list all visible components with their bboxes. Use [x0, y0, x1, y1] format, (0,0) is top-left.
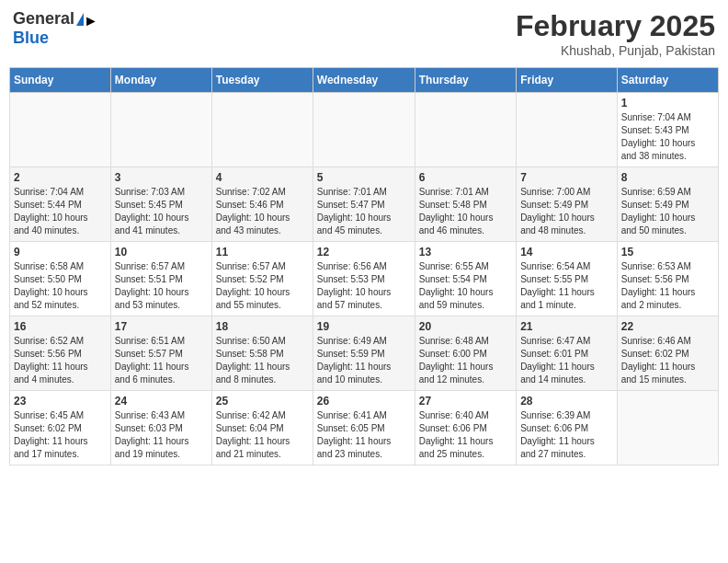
day-number: 26	[317, 395, 411, 408]
calendar-cell: 8Sunrise: 6:59 AM Sunset: 5:49 PM Daylig…	[617, 167, 718, 242]
day-header-saturday: Saturday	[617, 68, 718, 93]
calendar-cell: 14Sunrise: 6:54 AM Sunset: 5:55 PM Dayli…	[517, 242, 618, 316]
calendar-cell: 12Sunrise: 6:56 AM Sunset: 5:53 PM Dayli…	[313, 242, 415, 316]
day-number: 20	[419, 320, 512, 333]
calendar-cell: 3Sunrise: 7:03 AM Sunset: 5:45 PM Daylig…	[110, 167, 211, 242]
month-title: February 2025	[516, 9, 715, 43]
day-number: 24	[115, 395, 208, 408]
day-number: 9	[14, 246, 107, 259]
calendar-cell: 23Sunrise: 6:45 AM Sunset: 6:02 PM Dayli…	[10, 391, 111, 465]
day-info: Sunrise: 6:43 AM Sunset: 6:03 PM Dayligh…	[115, 409, 208, 461]
calendar-cell	[10, 93, 111, 167]
calendar-cell: 1Sunrise: 7:04 AM Sunset: 5:43 PM Daylig…	[617, 93, 718, 167]
logo-general-text: General	[13, 9, 74, 29]
day-number: 18	[216, 320, 309, 333]
day-info: Sunrise: 7:00 AM Sunset: 5:49 PM Dayligh…	[520, 186, 613, 237]
calendar-cell: 26Sunrise: 6:41 AM Sunset: 6:05 PM Dayli…	[313, 391, 415, 465]
day-info: Sunrise: 6:57 AM Sunset: 5:52 PM Dayligh…	[216, 260, 309, 312]
calendar-cell	[110, 93, 211, 167]
calendar-cell	[211, 93, 313, 167]
day-number: 23	[14, 395, 107, 408]
calendar-cell: 25Sunrise: 6:42 AM Sunset: 6:04 PM Dayli…	[211, 391, 313, 465]
day-number: 1	[621, 97, 714, 109]
day-info: Sunrise: 6:54 AM Sunset: 5:55 PM Dayligh…	[520, 260, 613, 312]
calendar-cell	[517, 93, 618, 167]
day-number: 21	[520, 320, 613, 333]
day-info: Sunrise: 6:40 AM Sunset: 6:06 PM Dayligh…	[419, 409, 512, 461]
calendar-cell: 18Sunrise: 6:50 AM Sunset: 5:58 PM Dayli…	[211, 316, 313, 391]
day-header-sunday: Sunday	[10, 68, 111, 93]
calendar-cell: 10Sunrise: 6:57 AM Sunset: 5:51 PM Dayli…	[110, 242, 211, 316]
day-number: 14	[520, 246, 613, 259]
calendar-table: SundayMondayTuesdayWednesdayThursdayFrid…	[9, 67, 719, 465]
calendar-cell: 27Sunrise: 6:40 AM Sunset: 6:06 PM Dayli…	[415, 391, 516, 465]
day-info: Sunrise: 6:52 AM Sunset: 5:56 PM Dayligh…	[14, 335, 107, 386]
calendar-cell: 7Sunrise: 7:00 AM Sunset: 5:49 PM Daylig…	[517, 167, 618, 242]
calendar-cell: 17Sunrise: 6:51 AM Sunset: 5:57 PM Dayli…	[110, 316, 211, 391]
day-info: Sunrise: 6:48 AM Sunset: 6:00 PM Dayligh…	[419, 335, 512, 386]
calendar-week-row: 16Sunrise: 6:52 AM Sunset: 5:56 PM Dayli…	[10, 316, 719, 391]
day-number: 17	[115, 320, 208, 333]
calendar-header: SundayMondayTuesdayWednesdayThursdayFrid…	[10, 68, 719, 93]
calendar-cell: 15Sunrise: 6:53 AM Sunset: 5:56 PM Dayli…	[617, 242, 718, 316]
calendar-cell: 4Sunrise: 7:02 AM Sunset: 5:46 PM Daylig…	[211, 167, 313, 242]
calendar-cell	[415, 93, 516, 167]
day-info: Sunrise: 6:55 AM Sunset: 5:54 PM Dayligh…	[419, 260, 512, 312]
calendar-cell: 20Sunrise: 6:48 AM Sunset: 6:00 PM Dayli…	[415, 316, 516, 391]
day-number: 2	[14, 171, 107, 184]
calendar-cell: 2Sunrise: 7:04 AM Sunset: 5:44 PM Daylig…	[10, 167, 111, 242]
day-header-friday: Friday	[517, 68, 618, 93]
calendar-cell: 19Sunrise: 6:49 AM Sunset: 5:59 PM Dayli…	[313, 316, 415, 391]
day-number: 13	[419, 246, 512, 259]
day-info: Sunrise: 7:01 AM Sunset: 5:48 PM Dayligh…	[419, 186, 512, 237]
day-info: Sunrise: 6:49 AM Sunset: 5:59 PM Dayligh…	[317, 335, 411, 386]
calendar-cell: 6Sunrise: 7:01 AM Sunset: 5:48 PM Daylig…	[415, 167, 516, 242]
calendar-cell: 9Sunrise: 6:58 AM Sunset: 5:50 PM Daylig…	[10, 242, 111, 316]
day-number: 10	[115, 246, 208, 259]
day-number: 8	[621, 171, 714, 184]
calendar-week-row: 1Sunrise: 7:04 AM Sunset: 5:43 PM Daylig…	[10, 93, 719, 167]
day-header-tuesday: Tuesday	[211, 68, 313, 93]
day-header-monday: Monday	[110, 68, 211, 93]
calendar-cell	[617, 391, 718, 465]
logo-blue-text: Blue	[13, 29, 49, 48]
day-number: 22	[621, 320, 714, 333]
day-number: 28	[520, 395, 613, 408]
day-info: Sunrise: 7:01 AM Sunset: 5:47 PM Dayligh…	[317, 186, 411, 237]
day-number: 3	[115, 171, 208, 184]
calendar-cell: 24Sunrise: 6:43 AM Sunset: 6:03 PM Dayli…	[110, 391, 211, 465]
day-info: Sunrise: 6:50 AM Sunset: 5:58 PM Dayligh…	[216, 335, 309, 386]
calendar-cell: 21Sunrise: 6:47 AM Sunset: 6:01 PM Dayli…	[517, 316, 618, 391]
day-number: 27	[419, 395, 512, 408]
day-info: Sunrise: 6:45 AM Sunset: 6:02 PM Dayligh…	[14, 409, 107, 461]
calendar-week-row: 2Sunrise: 7:04 AM Sunset: 5:44 PM Daylig…	[10, 167, 719, 242]
calendar-cell	[313, 93, 415, 167]
day-number: 4	[216, 171, 309, 184]
day-info: Sunrise: 6:39 AM Sunset: 6:06 PM Dayligh…	[520, 409, 613, 461]
day-info: Sunrise: 6:57 AM Sunset: 5:51 PM Dayligh…	[115, 260, 208, 312]
calendar-cell: 28Sunrise: 6:39 AM Sunset: 6:06 PM Dayli…	[517, 391, 618, 465]
day-number: 6	[419, 171, 512, 184]
title-block: February 2025 Khushab, Punjab, Pakistan	[516, 9, 715, 58]
calendar-cell: 13Sunrise: 6:55 AM Sunset: 5:54 PM Dayli…	[415, 242, 516, 316]
day-info: Sunrise: 7:03 AM Sunset: 5:45 PM Dayligh…	[115, 186, 208, 237]
day-number: 16	[14, 320, 107, 333]
day-info: Sunrise: 7:02 AM Sunset: 5:46 PM Dayligh…	[216, 186, 309, 237]
day-header-thursday: Thursday	[415, 68, 516, 93]
day-info: Sunrise: 6:46 AM Sunset: 6:02 PM Dayligh…	[621, 335, 714, 386]
calendar-week-row: 9Sunrise: 6:58 AM Sunset: 5:50 PM Daylig…	[10, 242, 719, 316]
day-info: Sunrise: 6:56 AM Sunset: 5:53 PM Dayligh…	[317, 260, 411, 312]
day-info: Sunrise: 7:04 AM Sunset: 5:44 PM Dayligh…	[14, 186, 107, 237]
day-info: Sunrise: 6:51 AM Sunset: 5:57 PM Dayligh…	[115, 335, 208, 386]
day-info: Sunrise: 7:04 AM Sunset: 5:43 PM Dayligh…	[621, 111, 714, 163]
day-number: 7	[520, 171, 613, 184]
day-number: 25	[216, 395, 309, 408]
day-info: Sunrise: 6:41 AM Sunset: 6:05 PM Dayligh…	[317, 409, 411, 461]
days-row: SundayMondayTuesdayWednesdayThursdayFrid…	[10, 68, 719, 93]
calendar-cell: 11Sunrise: 6:57 AM Sunset: 5:52 PM Dayli…	[211, 242, 313, 316]
day-info: Sunrise: 6:47 AM Sunset: 6:01 PM Dayligh…	[520, 335, 613, 386]
day-number: 19	[317, 320, 411, 333]
location: Khushab, Punjab, Pakistan	[516, 43, 715, 58]
day-info: Sunrise: 6:53 AM Sunset: 5:56 PM Dayligh…	[621, 260, 714, 312]
day-number: 12	[317, 246, 411, 259]
